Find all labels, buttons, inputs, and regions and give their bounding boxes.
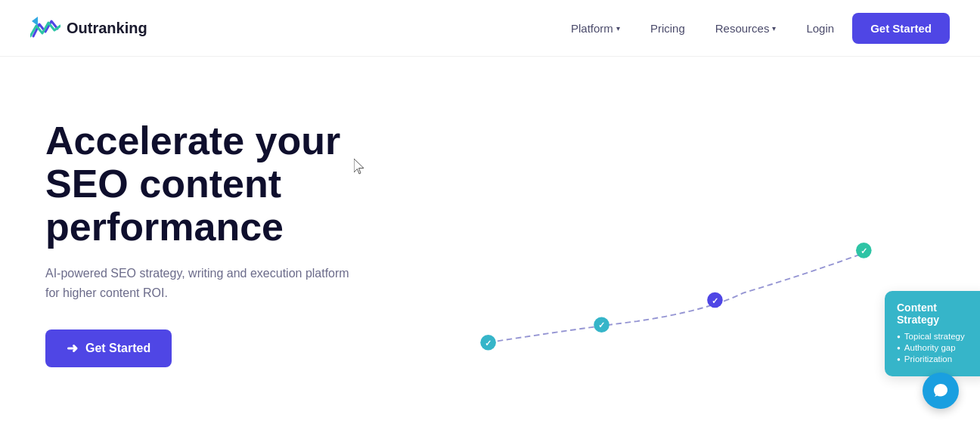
svg-point-5 bbox=[707, 292, 723, 308]
nav-login[interactable]: Login bbox=[794, 16, 846, 41]
svg-marker-0 bbox=[32, 17, 38, 26]
svg-point-1 bbox=[480, 335, 496, 351]
card-strategy-item-2: Authority gap bbox=[897, 343, 978, 352]
hero-section: Accelerate your SEO content performance … bbox=[45, 119, 439, 368]
hero-title: Accelerate your SEO content performance bbox=[45, 119, 439, 249]
hero-get-started-button[interactable]: ➜ Get Started bbox=[45, 329, 172, 367]
svg-point-3 bbox=[594, 317, 609, 333]
svg-point-7 bbox=[856, 243, 872, 258]
nav-platform[interactable]: Platform ▾ bbox=[559, 16, 632, 41]
chat-bubble-button[interactable] bbox=[923, 373, 959, 409]
svg-text:✓: ✓ bbox=[712, 296, 718, 305]
nav-resources[interactable]: Resources ▾ bbox=[703, 16, 789, 41]
chat-icon bbox=[932, 382, 949, 399]
path-svg: ✓ ✓ ✓ ✓ bbox=[439, 57, 935, 430]
resources-chevron-icon: ▾ bbox=[772, 24, 776, 32]
nav-pricing[interactable]: Pricing bbox=[638, 16, 697, 41]
card-strategy-item-1: Topical strategy bbox=[897, 332, 978, 341]
logo-icon bbox=[30, 15, 60, 41]
main-content: Accelerate your SEO content performance … bbox=[0, 57, 980, 430]
diagram-area: ✓ ✓ ✓ ✓ Content Strategy Topical strateg… bbox=[439, 57, 935, 430]
hero-subtitle: AI-powered SEO strategy, writing and exe… bbox=[45, 264, 363, 302]
navbar: Outranking Platform ▾ Pricing Resources … bbox=[0, 0, 980, 57]
logo-text: Outranking bbox=[67, 20, 147, 37]
card-strategy-title: Content Strategy bbox=[897, 302, 978, 326]
svg-text:✓: ✓ bbox=[861, 246, 867, 255]
svg-text:✓: ✓ bbox=[485, 339, 492, 348]
arrow-right-icon: ➜ bbox=[67, 340, 78, 357]
nav-links: Platform ▾ Pricing Resources ▾ Login Get… bbox=[559, 13, 950, 44]
card-content-strategy: Content Strategy Topical strategy Author… bbox=[885, 291, 980, 376]
card-strategy-item-3: Prioritization bbox=[897, 354, 978, 363]
logo[interactable]: Outranking bbox=[30, 15, 147, 41]
nav-get-started-button[interactable]: Get Started bbox=[852, 13, 950, 44]
svg-text:✓: ✓ bbox=[598, 320, 605, 329]
platform-chevron-icon: ▾ bbox=[616, 24, 620, 32]
